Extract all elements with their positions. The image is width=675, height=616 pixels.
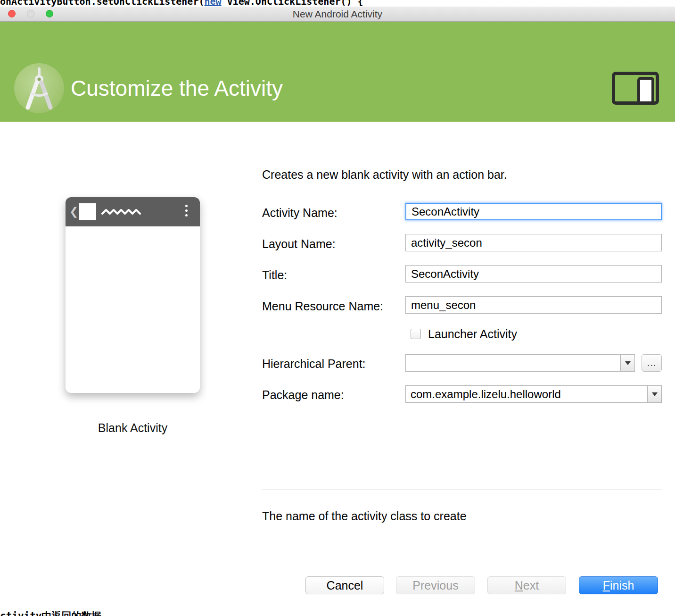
close-button[interactable] bbox=[8, 10, 16, 17]
app-icon-placeholder bbox=[79, 203, 96, 220]
launcher-activity-label: Launcher Activity bbox=[428, 327, 517, 341]
hierarchical-parent-input[interactable] bbox=[406, 355, 620, 371]
cancel-button-label: Cancel bbox=[327, 579, 363, 592]
activity-name-label: Activity Name: bbox=[262, 206, 338, 220]
divider bbox=[262, 490, 662, 490]
screen: onActivityButton.setOnClickListener(new … bbox=[0, 0, 675, 616]
package-name-dropdown-button[interactable] bbox=[647, 386, 661, 402]
overflow-menu-icon bbox=[185, 205, 188, 216]
previous-button[interactable]: Previous bbox=[396, 576, 475, 594]
package-name-input[interactable] bbox=[406, 386, 647, 402]
title-squiggle-icon bbox=[101, 208, 143, 216]
field-hint-text: The name of the activity class to create bbox=[262, 509, 467, 523]
hierarchical-parent-combo bbox=[405, 354, 635, 372]
title-input[interactable] bbox=[405, 265, 662, 283]
code-text-bottom: ctivity中返回的数据 bbox=[0, 609, 101, 616]
traffic-lights bbox=[8, 10, 53, 17]
package-name-label: Package name: bbox=[262, 388, 344, 402]
next-button-label: Next bbox=[515, 579, 539, 592]
window-title: New Android Activity bbox=[0, 7, 675, 21]
title-label: Title: bbox=[262, 268, 287, 282]
next-button[interactable]: Next bbox=[487, 576, 566, 594]
chevron-down-icon bbox=[625, 361, 631, 365]
android-studio-logo-icon bbox=[14, 63, 64, 113]
hierarchical-parent-label: Hierarchical Parent: bbox=[262, 357, 366, 371]
zoom-button[interactable] bbox=[46, 10, 53, 17]
tablet-phone-icon bbox=[612, 72, 659, 105]
background-code-top: onActivityButton.setOnClickListener(new … bbox=[0, 0, 675, 7]
menu-resource-name-label: Menu Resource Name: bbox=[262, 300, 383, 313]
layout-name-label: Layout Name: bbox=[262, 237, 336, 251]
wizard-header: Customize the Activity bbox=[0, 22, 675, 122]
finish-button-label: Finish bbox=[603, 579, 634, 592]
code-link-new: new bbox=[204, 0, 221, 7]
template-description: Creates a new blank activity with an act… bbox=[262, 168, 507, 182]
background-code-bottom: ctivity中返回的数据 bbox=[0, 609, 675, 616]
previous-button-label: Previous bbox=[412, 579, 458, 592]
back-chevron-icon: ❮ bbox=[69, 205, 78, 217]
preview-action-bar: ❮ bbox=[66, 197, 200, 226]
menu-resource-name-input[interactable] bbox=[405, 296, 662, 314]
package-name-combo bbox=[405, 385, 662, 403]
finish-button[interactable]: Finish bbox=[579, 576, 658, 594]
cancel-button[interactable]: Cancel bbox=[305, 576, 384, 594]
minimize-button[interactable] bbox=[27, 10, 34, 17]
page-title: Customize the Activity bbox=[71, 75, 283, 101]
launcher-activity-checkbox[interactable] bbox=[411, 329, 421, 339]
hierarchical-parent-browse-button[interactable]: ... bbox=[642, 354, 662, 372]
code-text-post: View.OnClickListener() { bbox=[222, 0, 363, 7]
code-text-pre: onActivityButton.setOnClickListener( bbox=[0, 0, 204, 7]
dialog-titlebar[interactable]: New Android Activity bbox=[0, 7, 675, 22]
layout-name-input[interactable] bbox=[405, 234, 662, 251]
hierarchical-parent-dropdown-button[interactable] bbox=[620, 355, 634, 371]
activity-preview-card: ❮ bbox=[66, 197, 200, 393]
preview-caption: Blank Activity bbox=[66, 421, 200, 435]
chevron-down-icon bbox=[652, 392, 658, 396]
activity-name-input[interactable] bbox=[405, 203, 662, 220]
